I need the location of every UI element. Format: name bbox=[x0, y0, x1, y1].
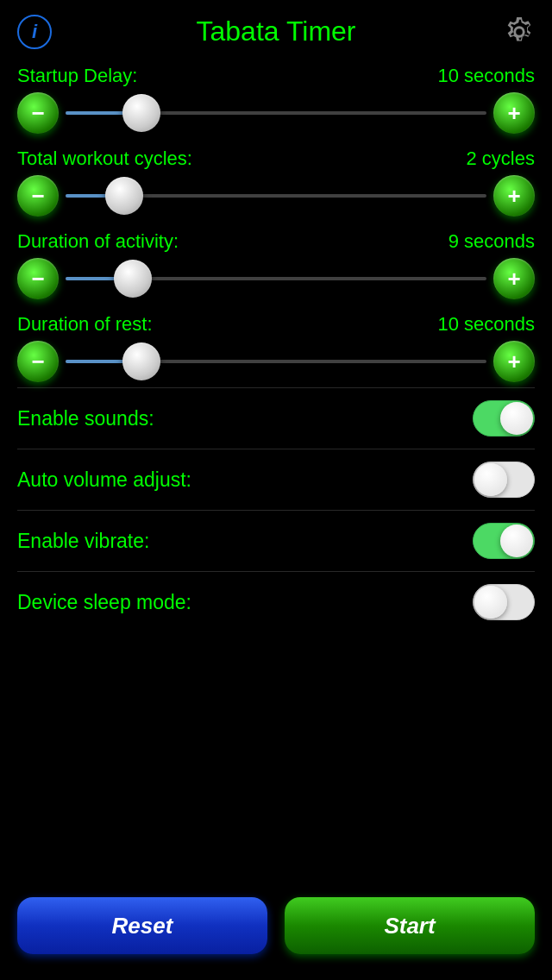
slider-label-duration-rest: Duration of rest: bbox=[17, 313, 153, 336]
slider-thumb-duration-activity[interactable] bbox=[114, 260, 152, 298]
settings-button[interactable] bbox=[500, 13, 538, 51]
slider-track-wrap-startup-delay[interactable] bbox=[66, 92, 486, 134]
slider-plus-duration-activity[interactable]: + bbox=[493, 258, 535, 299]
start-button[interactable]: Start bbox=[285, 897, 535, 954]
slider-thumb-duration-rest[interactable] bbox=[122, 342, 160, 380]
toggle-label-enable-sounds: Enable sounds: bbox=[17, 407, 154, 430]
info-icon: i bbox=[32, 21, 37, 43]
slider-value-total-workout-cycles: 2 cycles bbox=[467, 148, 535, 170]
slider-track-wrap-duration-activity[interactable] bbox=[66, 258, 486, 299]
slider-track-wrap-total-workout-cycles[interactable] bbox=[66, 175, 486, 217]
slider-track-startup-delay bbox=[66, 111, 486, 115]
slider-label-total-workout-cycles: Total workout cycles: bbox=[17, 148, 192, 170]
slider-section-startup-delay: Startup Delay: 10 seconds − + bbox=[0, 56, 552, 139]
slider-label-row-startup-delay: Startup Delay: 10 seconds bbox=[17, 65, 535, 87]
toggle-label-auto-volume: Auto volume adjust: bbox=[17, 468, 191, 492]
toggle-label-enable-vibrate: Enable vibrate: bbox=[17, 530, 149, 553]
toggle-label-device-sleep: Device sleep mode: bbox=[17, 591, 191, 614]
sliders-container: Startup Delay: 10 seconds − + Total work… bbox=[0, 56, 552, 387]
slider-minus-duration-rest[interactable]: − bbox=[17, 341, 59, 382]
slider-label-row-total-workout-cycles: Total workout cycles: 2 cycles bbox=[17, 148, 535, 170]
slider-label-row-duration-rest: Duration of rest: 10 seconds bbox=[17, 313, 535, 336]
app-title: Tabata Timer bbox=[197, 16, 356, 47]
header: i Tabata Timer bbox=[0, 0, 552, 56]
gear-icon bbox=[503, 16, 536, 48]
toggle-knob-enable-vibrate bbox=[500, 525, 533, 557]
slider-minus-total-workout-cycles[interactable]: − bbox=[17, 175, 59, 217]
slider-section-duration-activity: Duration of activity: 9 seconds − + bbox=[0, 222, 552, 305]
slider-value-duration-activity: 9 seconds bbox=[448, 230, 535, 253]
slider-section-total-workout-cycles: Total workout cycles: 2 cycles − + bbox=[0, 139, 552, 222]
slider-plus-startup-delay[interactable]: + bbox=[493, 92, 535, 134]
slider-plus-duration-rest[interactable]: + bbox=[493, 341, 535, 382]
toggle-enable-sounds[interactable] bbox=[473, 400, 535, 437]
toggle-knob-device-sleep bbox=[474, 586, 507, 619]
slider-label-startup-delay: Startup Delay: bbox=[17, 65, 137, 87]
toggle-enable-vibrate[interactable] bbox=[473, 523, 535, 559]
info-button[interactable]: i bbox=[17, 15, 52, 49]
slider-row-total-workout-cycles: − + bbox=[17, 175, 535, 217]
toggle-section-enable-sounds: Enable sounds: bbox=[0, 388, 552, 449]
slider-track-duration-rest bbox=[66, 360, 486, 363]
toggle-knob-enable-sounds bbox=[500, 402, 533, 435]
toggle-section-enable-vibrate: Enable vibrate: bbox=[0, 511, 552, 571]
slider-value-duration-rest: 10 seconds bbox=[437, 313, 535, 336]
slider-row-duration-rest: − + bbox=[17, 341, 535, 382]
slider-row-duration-activity: − + bbox=[17, 258, 535, 299]
slider-minus-duration-activity[interactable]: − bbox=[17, 258, 59, 299]
slider-track-duration-activity bbox=[66, 277, 486, 280]
slider-plus-total-workout-cycles[interactable]: + bbox=[493, 175, 535, 217]
slider-minus-startup-delay[interactable]: − bbox=[17, 92, 59, 134]
reset-button[interactable]: Reset bbox=[17, 897, 267, 954]
slider-label-row-duration-activity: Duration of activity: 9 seconds bbox=[17, 230, 535, 253]
slider-label-duration-activity: Duration of activity: bbox=[17, 230, 179, 253]
slider-row-startup-delay: − + bbox=[17, 92, 535, 134]
slider-section-duration-rest: Duration of rest: 10 seconds − + bbox=[0, 305, 552, 387]
toggles-container: Enable sounds: Auto volume adjust: Enabl… bbox=[0, 387, 552, 632]
slider-track-wrap-duration-rest[interactable] bbox=[66, 341, 486, 382]
slider-thumb-total-workout-cycles[interactable] bbox=[105, 177, 143, 215]
toggle-device-sleep[interactable] bbox=[473, 584, 535, 620]
slider-track-total-workout-cycles bbox=[66, 194, 486, 198]
bottom-buttons: Reset Start bbox=[0, 897, 552, 954]
toggle-section-auto-volume: Auto volume adjust: bbox=[0, 449, 552, 510]
slider-value-startup-delay: 10 seconds bbox=[437, 65, 535, 87]
slider-thumb-startup-delay[interactable] bbox=[122, 94, 160, 132]
toggle-knob-auto-volume bbox=[474, 463, 507, 496]
toggle-section-device-sleep: Device sleep mode: bbox=[0, 572, 552, 632]
toggle-auto-volume[interactable] bbox=[473, 462, 535, 498]
